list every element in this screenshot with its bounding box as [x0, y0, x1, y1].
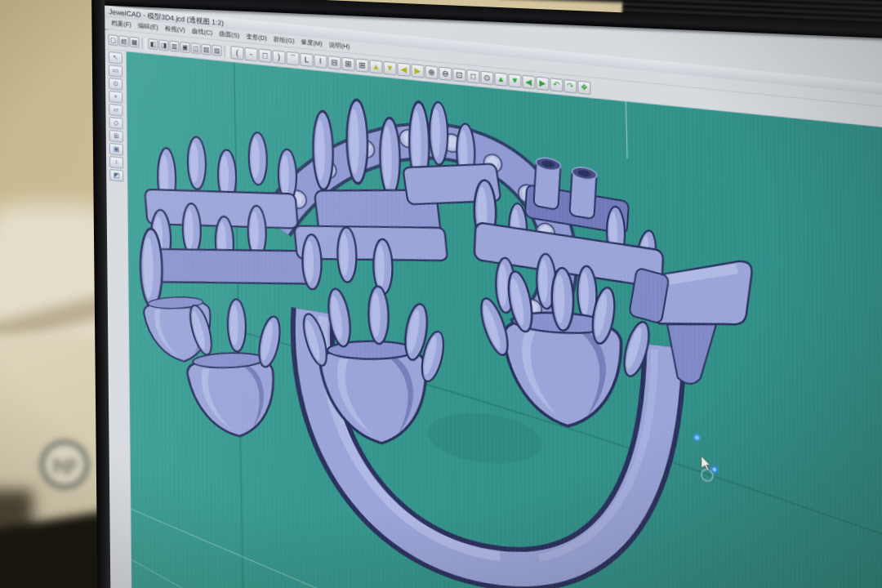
- box-tool-icon[interactable]: ▭: [109, 65, 122, 78]
- toolbar-separator: [141, 38, 145, 50]
- select-tool-icon[interactable]: ↖: [109, 51, 122, 65]
- beam-tool-icon[interactable]: I: [314, 54, 327, 69]
- pan-left-icon[interactable]: ◀: [397, 62, 410, 77]
- tool-icon-5[interactable]: ◫: [190, 42, 200, 54]
- save-icon[interactable]: ▦: [130, 37, 140, 48]
- window-grid-icon[interactable]: ⊞: [341, 56, 354, 71]
- move-tool-icon[interactable]: +: [109, 91, 122, 104]
- tool-icon-6[interactable]: ▧: [201, 43, 211, 55]
- pan-right-icon[interactable]: ▶: [411, 64, 424, 78]
- fill-tool-icon[interactable]: ▣: [109, 143, 123, 156]
- rect-tool-icon[interactable]: □: [258, 48, 271, 63]
- photo-of-monitor-scene: hp JewelCAD - 模型3D4.jcd (透视图 1:2) 档案(F)编…: [0, 0, 882, 588]
- zoom-window-icon[interactable]: ⊡: [452, 68, 466, 82]
- flat-tool-icon[interactable]: ¯: [286, 51, 299, 65]
- rotate-down-icon[interactable]: ▼: [508, 74, 521, 88]
- pan-toolbar-group: ▲▼◀▶: [369, 60, 424, 78]
- tool-icon-3[interactable]: ▥: [169, 41, 179, 52]
- file-toolbar-group: ▢▤▦: [109, 34, 140, 48]
- pan-down-icon[interactable]: ▼: [383, 60, 396, 75]
- screen: JewelCAD - 模型3D4.jcd (透视图 1:2) 档案(F)编辑(E…: [105, 6, 882, 588]
- diamond-tool-icon[interactable]: ◇: [109, 117, 123, 130]
- rotate-right-icon[interactable]: ▶: [536, 76, 549, 91]
- stretch-tool-icon[interactable]: ↕: [109, 156, 123, 169]
- spin-ccw-icon[interactable]: ↶: [550, 78, 563, 92]
- corner-tool-icon[interactable]: L: [300, 52, 313, 67]
- render-view-icon[interactable]: ❖: [577, 80, 590, 95]
- tool-icon-7[interactable]: ▨: [212, 45, 221, 56]
- tool-icon-1[interactable]: ◧: [148, 38, 158, 50]
- zoom-in-icon[interactable]: ⊕: [425, 65, 438, 79]
- grid-tool-icon[interactable]: ⊞: [109, 130, 123, 143]
- desk-shadow-small: [0, 490, 33, 564]
- menu-surface[interactable]: 曲面(S): [216, 29, 243, 40]
- point-tool-icon[interactable]: ⊙: [109, 78, 122, 91]
- new-file-icon[interactable]: ▢: [109, 34, 118, 46]
- hp-logo: hp: [34, 434, 95, 495]
- plane-tool-icon[interactable]: ▱: [109, 104, 122, 117]
- zoom-out-icon[interactable]: ⊖: [439, 66, 452, 81]
- arc-tool-icon[interactable]: ): [272, 50, 285, 65]
- viewport-canvas[interactable]: [127, 51, 882, 588]
- menu-help[interactable]: 说明(H): [326, 41, 354, 51]
- cad-application-window: JewelCAD - 模型3D4.jcd (透视图 1:2) 档案(F)编辑(E…: [105, 6, 882, 588]
- window-quad-icon[interactable]: ⊞: [355, 58, 368, 73]
- menu-file[interactable]: 档案(F): [108, 19, 135, 29]
- line-tool-icon[interactable]: -: [244, 47, 257, 61]
- half-tool-icon[interactable]: ◩: [109, 169, 123, 182]
- rotate-left-icon[interactable]: ◀: [522, 74, 535, 89]
- menu-transform[interactable]: 变形(D): [243, 33, 270, 43]
- menu-group[interactable]: 群组(G): [270, 35, 298, 46]
- pan-up-icon[interactable]: ▲: [369, 60, 382, 74]
- blurred-shelf-edge: [0, 296, 107, 346]
- curve-tool-icon[interactable]: (: [230, 46, 243, 60]
- menu-edit[interactable]: 编辑(E): [135, 21, 162, 32]
- menu-curve[interactable]: 曲线(C): [189, 27, 216, 38]
- monitor: JewelCAD - 模型3D4.jcd (透视图 1:2) 档案(F)编辑(E…: [91, 0, 882, 588]
- rotate-up-icon[interactable]: ▲: [494, 72, 507, 87]
- small-toolbar-group: ◧◨▥▣◫▧▨: [148, 38, 221, 56]
- spin-cw-icon[interactable]: ↷: [564, 78, 577, 93]
- open-file-icon[interactable]: ▤: [119, 35, 129, 47]
- tool-icon-4[interactable]: ▣: [180, 42, 189, 53]
- zoom-toolbar-group: ⊕⊖⊡□⊙: [425, 65, 493, 84]
- screen-moire: [127, 51, 882, 588]
- zoom-extents-icon[interactable]: □: [466, 69, 479, 83]
- rotate-nav-toolbar-group: ▲▼◀▶: [494, 72, 549, 91]
- spin-toolbar-group: ↶↷❖: [550, 78, 590, 95]
- zoom-1to1-icon[interactable]: ⊙: [480, 70, 493, 85]
- toolbar-separator: [224, 46, 228, 57]
- tool-icon-2[interactable]: ◨: [158, 39, 168, 51]
- menu-view[interactable]: 检视(V): [162, 24, 189, 35]
- menu-measure[interactable]: 量度(M): [297, 38, 325, 48]
- window-split-icon[interactable]: ⊟: [327, 55, 341, 69]
